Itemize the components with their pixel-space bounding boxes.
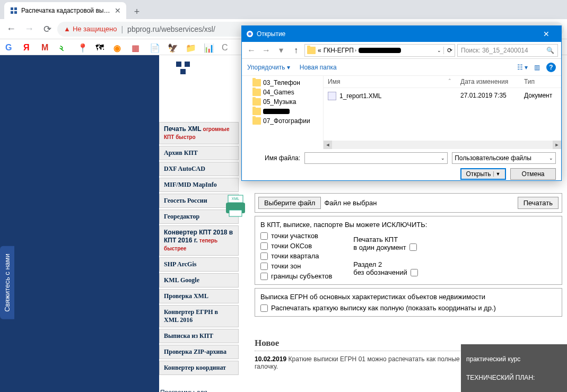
sidebar-item-mif[interactable]: MIF/MID MapInfo: [159, 178, 239, 192]
feedback-tab[interactable]: Свяжитесь с нами: [0, 246, 14, 319]
file-open-dialog: Открытие ✕ ← → ▾ ↑ « ГКН-ЕГРП › ⌄ ⟳ Поис…: [241, 25, 562, 181]
svg-rect-1: [14, 7, 17, 10]
file-row[interactable]: 1_report1.XML 27.01.2019 7:35 Документ: [324, 88, 561, 104]
chk-oks-points[interactable]: точки ОКСов: [260, 242, 332, 250]
svg-rect-10: [229, 210, 242, 216]
path-refresh-icon[interactable]: ⟳: [443, 47, 452, 54]
chk-plot-points[interactable]: точки участков: [260, 232, 332, 240]
toolbar-newfolder-button[interactable]: Новая папка: [300, 64, 337, 71]
site-logo-icon: [175, 60, 191, 76]
tree-item[interactable]: 07_Фотографии: [242, 116, 323, 126]
sidebar-item-extract-kpt[interactable]: Выписка из КПТ: [159, 329, 239, 343]
dialog-search-field[interactable]: Поиск: 36_15_2400014 🔍: [457, 44, 558, 57]
bookmark-chart-icon[interactable]: 📊: [204, 43, 212, 51]
svg-rect-0: [11, 7, 13, 10]
sidebar-item-archive[interactable]: Архив КПТ: [159, 146, 239, 160]
egrn-options-box: Выписка ЕГРН об основных характеристиках…: [255, 288, 562, 317]
col-name[interactable]: Имя ⌃: [324, 76, 456, 88]
dialog-back-button[interactable]: ←: [245, 44, 258, 57]
sidebar-item-check-zip[interactable]: Проверка ZIP-архива: [159, 345, 239, 359]
bookmark-folder-icon[interactable]: 📁: [186, 43, 194, 51]
svg-text:XML: XML: [232, 197, 240, 201]
browser-tab[interactable]: Распечатка кадастровой выпис ✕: [4, 2, 126, 19]
path-dropdown-icon[interactable]: ⌄: [437, 48, 441, 53]
chk-full-extract[interactable]: Распечатать краткую выписку как полную (…: [260, 304, 556, 312]
bookmark-google-icon[interactable]: G: [5, 43, 14, 51]
chk-zone-points[interactable]: точки зон: [260, 262, 332, 270]
sidebar-item-dxf[interactable]: DXF AutoCAD: [159, 162, 239, 176]
promo-line2: ТЕХНИЧЕСКИЙ ПЛАН:: [466, 374, 562, 381]
tree-item[interactable]: 03_Телефон: [242, 78, 323, 88]
new-tab-button[interactable]: +: [129, 4, 144, 19]
file-upload-bar: Выберите файл Файл не выбран Печатать: [255, 193, 562, 213]
folder-tree: 03_Телефон 04_Games 05_Музыка 07_Фотогра…: [242, 76, 324, 149]
bookmark-maps-icon[interactable]: 🗺: [95, 43, 104, 51]
promo-banner[interactable]: практический курс ТЕХНИЧЕСКИЙ ПЛАН:: [461, 344, 567, 392]
opt-section2-label: Раздел 2: [353, 260, 417, 268]
bookmark-pin-icon[interactable]: 📍: [77, 43, 86, 51]
security-warning: ▲ Не защищено: [64, 25, 117, 33]
chrome-icon: [246, 30, 254, 38]
sidebar: Печать XML огромные КПТ быстро Архив КПТ…: [159, 122, 239, 392]
svg-rect-6: [180, 69, 186, 74]
sidebar-item-shp[interactable]: SHP ArcGis: [159, 257, 239, 272]
col-date[interactable]: Дата изменения: [456, 76, 520, 88]
tree-item[interactable]: 04_Games: [242, 88, 323, 97]
sidebar-item-converter-egrn[interactable]: Конвертер ЕГРН в XML 2016: [159, 305, 239, 327]
dialog-toolbar: Упорядочить ▾ Новая папка ☷ ▾ ▥ ?: [242, 59, 561, 76]
open-button[interactable]: Открыть▼: [460, 168, 506, 180]
scroll-left-button[interactable]: ◄: [324, 141, 332, 149]
view-mode-button[interactable]: ☷ ▾: [517, 64, 528, 71]
tree-item[interactable]: [242, 107, 323, 116]
bookmark-doc-icon[interactable]: 📄: [150, 43, 158, 51]
filename-label: Имя файла:: [247, 154, 300, 162]
bookmark-grid-icon[interactable]: ▦: [132, 43, 140, 51]
sidebar-link-programs[interactable]: Программы для кадастровых: [159, 386, 239, 392]
bookmark-ok-icon[interactable]: ◉: [114, 43, 122, 51]
opt-print-kpt-label: Печатать КПТ: [353, 236, 417, 243]
path-segment[interactable]: ГКН-ЕГРП ›: [324, 47, 356, 54]
bookmark-c-icon[interactable]: C: [222, 43, 230, 51]
dialog-titlebar: Открытие ✕: [242, 26, 561, 42]
help-button[interactable]: ?: [546, 63, 556, 72]
dialog-up-button[interactable]: ↑: [290, 44, 302, 57]
bookmark-eagle-icon[interactable]: 🦅: [168, 43, 176, 51]
nav-back-button[interactable]: ←: [3, 21, 19, 37]
cancel-button[interactable]: Отмена: [510, 168, 556, 180]
nav-forward-button[interactable]: →: [21, 21, 37, 37]
tree-item[interactable]: 05_Музыка: [242, 97, 323, 107]
scroll-right-button[interactable]: ►: [553, 141, 561, 149]
folder-icon: [252, 89, 261, 96]
svg-rect-3: [14, 11, 17, 14]
chk-no-marks[interactable]: без обозначений: [353, 268, 417, 276]
tab-close-icon[interactable]: ✕: [115, 6, 121, 15]
preview-pane-button[interactable]: ▥: [534, 64, 540, 71]
bookmark-2gis-icon[interactable]: ২: [59, 43, 68, 51]
dialog-path-field[interactable]: « ГКН-ЕГРП › ⌄ ⟳: [304, 44, 455, 57]
dialog-forward-button[interactable]: →: [260, 44, 273, 57]
chk-one-doc[interactable]: в один документ: [353, 243, 417, 251]
chk-subject-borders[interactable]: границы субъектов: [260, 272, 332, 280]
svg-rect-5: [185, 62, 190, 67]
print-button[interactable]: Печатать: [518, 197, 559, 209]
filename-input[interactable]: ⌄: [304, 152, 448, 164]
nav-reload-button[interactable]: ⟳: [39, 21, 55, 37]
bookmark-gmail-icon[interactable]: M: [41, 43, 50, 51]
printer-icon: XML: [223, 193, 248, 219]
sidebar-item-converter-kpt[interactable]: Конвертер КПТ 2018 в КПТ 2016 г. теперь …: [159, 225, 239, 256]
horizontal-scrollbar[interactable]: ◄ ►: [324, 141, 561, 149]
sidebar-item-check-xml[interactable]: Проверка XML: [159, 289, 239, 303]
filetype-select[interactable]: Пользовательские файлы⌄: [452, 152, 556, 164]
sidebar-item-converter-coord[interactable]: Конвертер координат: [159, 361, 239, 375]
sidebar-item-kml[interactable]: KML Google: [159, 273, 239, 288]
dialog-nav-bar: ← → ▾ ↑ « ГКН-ЕГРП › ⌄ ⟳ Поиск: 36_15_24…: [242, 42, 561, 59]
dialog-close-button[interactable]: ✕: [536, 26, 557, 42]
chk-block-points[interactable]: точки квартала: [260, 252, 332, 260]
toolbar-sort-button[interactable]: Упорядочить ▾: [247, 64, 290, 71]
bookmark-yandex-icon[interactable]: Я: [23, 43, 32, 51]
choose-file-button[interactable]: Выберите файл: [258, 197, 321, 209]
col-type[interactable]: Тип: [520, 76, 561, 88]
folder-icon: [307, 47, 316, 54]
dialog-recent-button[interactable]: ▾: [275, 44, 287, 57]
sidebar-item-print-xml[interactable]: Печать XML огромные КПТ быстро: [159, 122, 239, 144]
